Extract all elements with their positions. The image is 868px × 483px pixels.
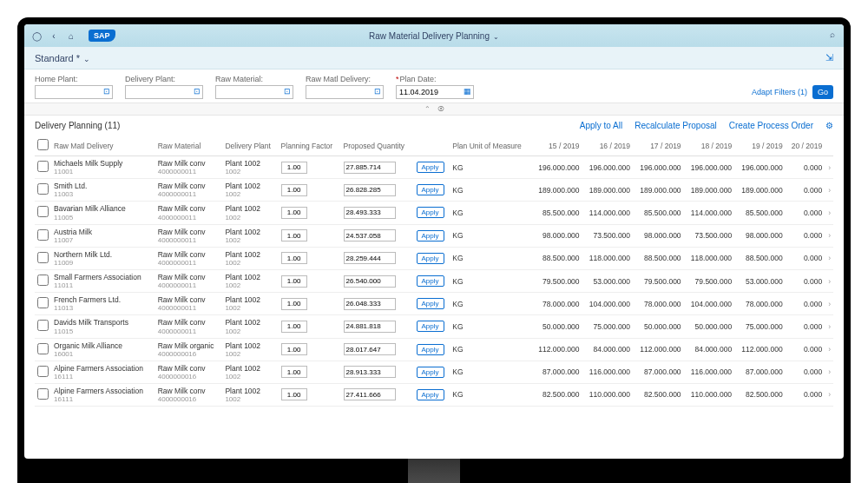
proposed-qty-input[interactable] bbox=[344, 321, 396, 333]
row-nav-icon[interactable]: › bbox=[825, 269, 833, 292]
period-cell: 98.000.000 bbox=[734, 224, 786, 247]
user-icon[interactable]: ◯ bbox=[31, 30, 42, 41]
material-name: Raw Milk conv bbox=[158, 159, 220, 168]
col-uom[interactable]: Plan Unit of Measure bbox=[450, 136, 531, 156]
apply-button[interactable]: Apply bbox=[417, 321, 444, 332]
apply-button[interactable]: Apply bbox=[417, 344, 444, 355]
apply-button[interactable]: Apply bbox=[417, 162, 444, 173]
col-p15[interactable]: 15 / 2019 bbox=[531, 136, 582, 156]
delivery-plant-input[interactable] bbox=[125, 85, 203, 99]
proposed-qty-input[interactable] bbox=[344, 343, 396, 355]
row-nav-icon[interactable]: › bbox=[825, 293, 833, 315]
raw-matl-delivery-input[interactable] bbox=[306, 85, 384, 99]
planning-factor-input[interactable] bbox=[281, 275, 307, 288]
apply-button[interactable]: Apply bbox=[417, 275, 444, 287]
apply-button[interactable]: Apply bbox=[417, 389, 444, 400]
planning-factor-input[interactable] bbox=[281, 343, 307, 355]
planning-factor-input[interactable] bbox=[281, 207, 307, 219]
row-nav-icon[interactable]: › bbox=[825, 202, 833, 224]
value-help-icon[interactable]: ⊡ bbox=[103, 87, 110, 96]
row-checkbox[interactable] bbox=[37, 297, 49, 308]
table-row: Smith Ltd.11003Raw Milk conv4000000011Pl… bbox=[35, 179, 833, 202]
proposed-qty-input[interactable] bbox=[344, 298, 396, 310]
search-icon[interactable]: ⌕ bbox=[830, 30, 835, 39]
row-nav-icon[interactable]: › bbox=[825, 224, 833, 247]
planning-factor-input[interactable] bbox=[281, 162, 307, 174]
col-p19[interactable]: 19 / 2019 bbox=[734, 136, 786, 156]
proposed-qty-input[interactable] bbox=[344, 184, 396, 196]
value-help-icon[interactable]: ⊡ bbox=[284, 87, 291, 96]
apply-button[interactable]: Apply bbox=[417, 207, 444, 218]
recalculate-link[interactable]: Recalculate Proposal bbox=[635, 121, 717, 130]
row-nav-icon[interactable]: › bbox=[825, 315, 833, 338]
back-icon[interactable]: ‹ bbox=[49, 30, 59, 41]
pin-icon[interactable]: ⦿ bbox=[434, 105, 448, 113]
row-checkbox[interactable] bbox=[37, 206, 49, 217]
col-p17[interactable]: 17 / 2019 bbox=[633, 136, 684, 156]
row-checkbox[interactable] bbox=[37, 343, 49, 354]
proposed-qty-input[interactable] bbox=[344, 162, 396, 174]
col-plant[interactable]: Delivery Plant bbox=[222, 136, 278, 156]
row-checkbox[interactable] bbox=[37, 161, 49, 172]
home-icon[interactable]: ⌂ bbox=[66, 30, 76, 41]
collapse-icon[interactable]: ⌃ bbox=[421, 105, 434, 113]
proposed-qty-input[interactable] bbox=[344, 275, 396, 288]
row-nav-icon[interactable]: › bbox=[825, 247, 833, 269]
raw-material-input[interactable] bbox=[215, 85, 293, 99]
apply-button[interactable]: Apply bbox=[417, 367, 444, 378]
app-title[interactable]: Raw Material Delivery Planning bbox=[369, 31, 499, 41]
row-checkbox[interactable] bbox=[37, 229, 49, 241]
create-process-order-link[interactable]: Create Process Order bbox=[729, 121, 813, 130]
planning-factor-input[interactable] bbox=[281, 388, 307, 400]
value-help-icon[interactable]: ⊡ bbox=[194, 87, 201, 96]
col-p20[interactable]: 20 / 2019 bbox=[786, 136, 825, 156]
period-cell: 0.000 bbox=[786, 383, 825, 406]
planning-factor-input[interactable] bbox=[281, 252, 307, 264]
table-settings-icon[interactable]: ⚙ bbox=[825, 121, 833, 130]
planning-factor-input[interactable] bbox=[281, 229, 307, 242]
col-proposed[interactable]: Proposed Quantity bbox=[341, 136, 414, 156]
apply-to-all-link[interactable]: Apply to All bbox=[580, 121, 622, 130]
proposed-qty-input[interactable] bbox=[344, 207, 396, 219]
proposed-qty-input[interactable] bbox=[344, 366, 396, 378]
row-nav-icon[interactable]: › bbox=[825, 179, 833, 202]
row-checkbox[interactable] bbox=[37, 388, 49, 400]
row-nav-icon[interactable]: › bbox=[825, 361, 833, 383]
apply-button[interactable]: Apply bbox=[417, 298, 444, 309]
row-checkbox[interactable] bbox=[37, 252, 49, 263]
proposed-qty-input[interactable] bbox=[344, 229, 396, 242]
uom-cell: KG bbox=[450, 315, 531, 338]
adapt-filters-link[interactable]: Adapt Filters (1) bbox=[752, 88, 807, 96]
apply-button[interactable]: Apply bbox=[417, 230, 444, 242]
proposed-qty-input[interactable] bbox=[344, 388, 396, 400]
col-material[interactable]: Raw Material bbox=[155, 136, 223, 156]
go-button[interactable]: Go bbox=[812, 85, 833, 99]
row-checkbox[interactable] bbox=[37, 320, 49, 331]
row-checkbox[interactable] bbox=[37, 183, 49, 195]
calendar-icon[interactable]: ▦ bbox=[464, 87, 471, 96]
apply-button[interactable]: Apply bbox=[417, 253, 444, 264]
home-plant-input[interactable] bbox=[35, 85, 113, 99]
plan-date-input[interactable] bbox=[396, 85, 474, 99]
col-p16[interactable]: 16 / 2019 bbox=[582, 136, 634, 156]
col-delivery[interactable]: Raw Matl Delivery bbox=[51, 136, 155, 156]
planning-factor-input[interactable] bbox=[281, 298, 307, 310]
proposed-qty-input[interactable] bbox=[344, 252, 396, 264]
row-checkbox[interactable] bbox=[37, 275, 49, 286]
col-p18[interactable]: 18 / 2019 bbox=[684, 136, 735, 156]
col-factor[interactable]: Planning Factor bbox=[279, 136, 341, 156]
select-all-checkbox[interactable] bbox=[37, 139, 49, 150]
share-icon[interactable]: ⇲ bbox=[825, 52, 833, 63]
planning-factor-input[interactable] bbox=[281, 184, 307, 196]
row-nav-icon[interactable]: › bbox=[825, 338, 833, 361]
row-nav-icon[interactable]: › bbox=[825, 156, 833, 179]
variant-select[interactable]: Standard * bbox=[35, 53, 90, 63]
apply-button[interactable]: Apply bbox=[417, 184, 444, 195]
planning-factor-input[interactable] bbox=[281, 321, 307, 333]
row-checkbox[interactable] bbox=[37, 366, 49, 377]
planning-factor-input[interactable] bbox=[281, 366, 307, 378]
table-row: Michaels Milk Supply11001Raw Milk conv40… bbox=[35, 156, 833, 179]
value-help-icon[interactable]: ⊡ bbox=[374, 87, 381, 96]
row-nav-icon[interactable]: › bbox=[825, 383, 833, 406]
period-cell: 104.000.000 bbox=[582, 293, 634, 315]
